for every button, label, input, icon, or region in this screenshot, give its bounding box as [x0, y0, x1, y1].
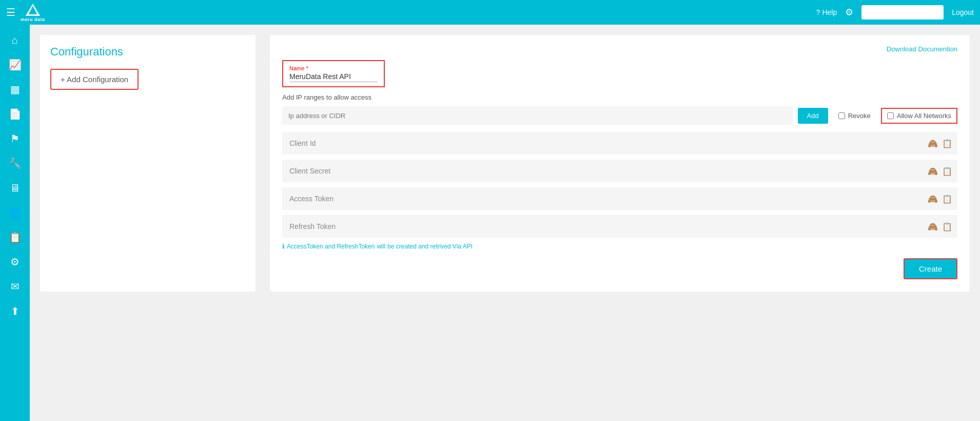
name-field-label: Name * — [289, 65, 378, 71]
logo: meru data — [21, 3, 45, 22]
access-token-label: Access Token — [289, 195, 334, 203]
revoke-checkbox-wrapper: Revoke — [838, 112, 871, 120]
copy-icon-3[interactable]: 📋 — [942, 194, 952, 204]
sidebar: ⌂ 📈 ▦ 📄 ⚑ 🔧 🖥 🌐 📋 ⚙ ✉ ⬆ — [0, 25, 30, 421]
logo-icon — [25, 3, 41, 17]
sidebar-item-document[interactable]: 📄 — [4, 104, 26, 124]
refresh-token-icons: 🙈 📋 — [928, 222, 952, 232]
logout-button[interactable]: Logout — [952, 8, 974, 16]
help-circle-icon: ? — [816, 8, 820, 16]
settings-icon[interactable]: ⚙ — [845, 7, 853, 18]
info-icon: ℹ — [282, 243, 285, 250]
client-id-icons: 🙈 📋 — [928, 139, 952, 148]
sidebar-item-grid[interactable]: ▦ — [4, 79, 26, 100]
create-button[interactable]: Create — [904, 258, 957, 279]
eye-off-icon[interactable]: 🙈 — [928, 139, 938, 148]
client-id-field: Client Id 🙈 📋 — [282, 132, 957, 155]
refresh-token-label: Refresh Token — [289, 222, 336, 231]
client-id-label: Client Id — [289, 139, 316, 147]
ip-input-row: Add Revoke Allow All Networks — [282, 106, 957, 125]
copy-icon-4[interactable]: 📋 — [942, 222, 952, 232]
client-secret-icons: 🙈 📋 — [928, 166, 952, 176]
form-panel: Download Documention Name * MeruData Res… — [270, 35, 970, 292]
eye-off-icon-3[interactable]: 🙈 — [928, 194, 938, 204]
sidebar-item-settings[interactable]: ⚙ — [4, 252, 26, 272]
refresh-token-field: Refresh Token 🙈 📋 — [282, 215, 957, 238]
info-text: ℹ AccessToken and RefreshToken will be c… — [282, 243, 957, 250]
download-link-wrapper: Download Documention — [282, 45, 957, 53]
access-token-icons: 🙈 📋 — [928, 194, 952, 204]
ip-address-input[interactable] — [282, 106, 793, 125]
sidebar-item-home[interactable]: ⌂ — [4, 30, 26, 50]
add-ip-button[interactable]: Add — [798, 108, 828, 124]
name-field-wrapper: Name * MeruData Rest API — [282, 60, 385, 87]
help-label: Help — [822, 8, 837, 16]
configurations-panel: Configurations + Add Configuration — [40, 35, 256, 292]
panels-wrapper: Configurations + Add Configuration Downl… — [40, 35, 970, 292]
info-text-post: be created and retrived Via API — [387, 243, 473, 250]
logo-text: meru data — [21, 17, 45, 22]
client-secret-label: Client Secret — [289, 167, 330, 175]
sidebar-item-upload[interactable]: ⬆ — [4, 301, 26, 321]
content-area: Configurations + Add Configuration Downl… — [30, 25, 980, 421]
navbar-right: ? Help ⚙ Logout — [816, 5, 974, 20]
sidebar-item-printer[interactable]: 🖥 — [4, 178, 26, 198]
main-layout: ⌂ 📈 ▦ 📄 ⚑ 🔧 🖥 🌐 📋 ⚙ ✉ ⬆ Configurations +… — [0, 25, 980, 421]
eye-off-icon-2[interactable]: 🙈 — [928, 166, 938, 176]
revoke-label: Revoke — [848, 112, 871, 120]
ip-ranges-text: Add IP ranges to allow access — [282, 93, 957, 101]
revoke-checkbox[interactable] — [838, 112, 845, 119]
info-text-link: will — [377, 243, 385, 250]
add-configuration-button[interactable]: + Add Configuration — [50, 69, 139, 90]
info-text-pre: AccessToken and RefreshToken — [287, 243, 375, 250]
download-documentation-link[interactable]: Download Documention — [282, 45, 957, 53]
client-secret-field: Client Secret 🙈 📋 — [282, 160, 957, 182]
access-token-field: Access Token 🙈 📋 — [282, 187, 957, 210]
allow-all-networks-checkbox[interactable] — [887, 112, 894, 119]
search-input[interactable] — [861, 5, 944, 20]
configurations-title: Configurations — [50, 45, 245, 59]
sidebar-item-email[interactable]: ✉ — [4, 276, 26, 297]
sidebar-item-charts[interactable]: 📈 — [4, 54, 26, 75]
allow-all-networks-label: Allow All Networks — [897, 112, 951, 120]
copy-icon[interactable]: 📋 — [942, 139, 952, 148]
allow-networks-wrapper: Allow All Networks — [881, 108, 957, 124]
sidebar-item-globe[interactable]: 🌐 — [4, 202, 26, 223]
help-link[interactable]: ? Help — [816, 8, 837, 16]
name-field-value[interactable]: MeruData Rest API — [289, 72, 378, 82]
sidebar-item-list[interactable]: 📋 — [4, 227, 26, 247]
ip-options-row: Revoke Allow All Networks — [838, 108, 957, 124]
sidebar-item-flag[interactable]: ⚑ — [4, 128, 26, 149]
navbar: ☰ meru data ? Help ⚙ Logout — [0, 0, 980, 25]
eye-off-icon-4[interactable]: 🙈 — [928, 222, 938, 232]
sidebar-item-tools[interactable]: 🔧 — [4, 153, 26, 174]
copy-icon-2[interactable]: 📋 — [942, 166, 952, 176]
hamburger-icon[interactable]: ☰ — [6, 6, 15, 18]
